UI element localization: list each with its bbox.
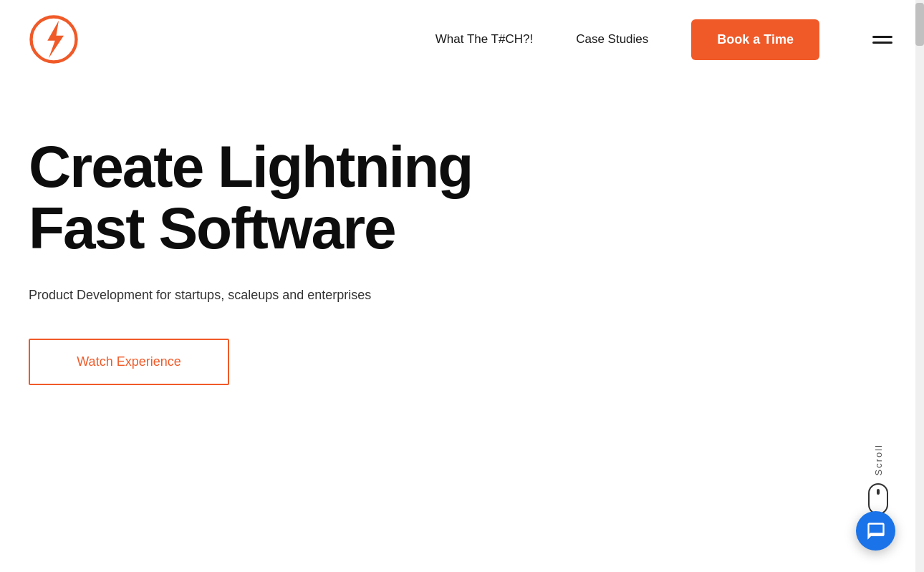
scroll-mouse-dot <box>877 489 880 495</box>
main-nav: What The T#CH?! Case Studies Book a Time <box>435 19 895 60</box>
hero-headline: Create Lightning Fast Software <box>29 136 494 259</box>
nav-case-studies[interactable]: Case Studies <box>576 32 648 47</box>
book-time-button[interactable]: Book a Time <box>691 19 819 60</box>
scrollbar[interactable] <box>915 0 924 572</box>
logo-icon <box>29 14 79 64</box>
hamburger-menu-button[interactable] <box>870 33 895 47</box>
hero-headline-line2: Fast Software <box>29 195 395 261</box>
logo[interactable] <box>29 14 79 64</box>
nav-what-tech[interactable]: What The T#CH?! <box>435 32 533 47</box>
hamburger-line-1 <box>872 36 892 38</box>
watch-experience-button[interactable]: Watch Experience <box>29 339 229 385</box>
chat-button[interactable] <box>856 511 895 551</box>
scroll-label: Scroll <box>873 444 884 476</box>
scroll-mouse-icon <box>868 483 888 515</box>
hero-section: Create Lightning Fast Software Product D… <box>0 79 924 385</box>
hero-headline-line1: Create Lightning <box>29 134 472 199</box>
hamburger-line-2 <box>872 42 892 44</box>
hero-subtext: Product Development for startups, scaleu… <box>29 288 895 303</box>
scrollbar-thumb[interactable] <box>915 3 924 46</box>
scroll-indicator: Scroll <box>868 444 888 515</box>
chat-icon <box>866 521 886 541</box>
svg-marker-1 <box>47 21 64 59</box>
header: What The T#CH?! Case Studies Book a Time <box>0 0 924 79</box>
